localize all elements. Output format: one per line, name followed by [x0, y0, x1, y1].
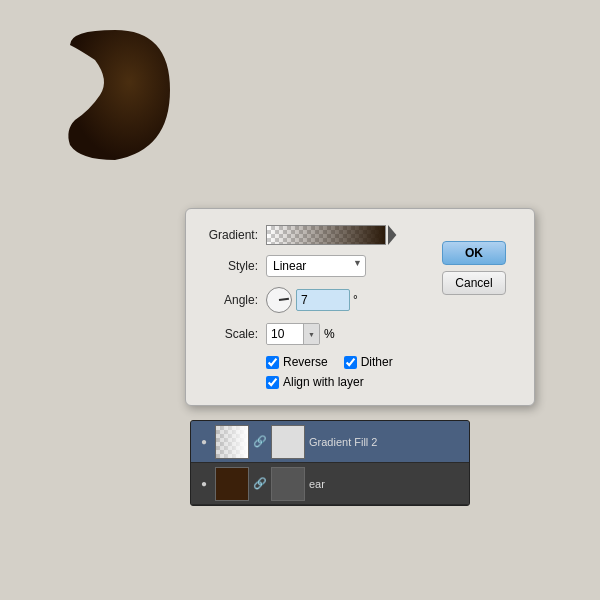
- reverse-checkbox[interactable]: [266, 356, 279, 369]
- dialog-buttons: OK Cancel: [442, 241, 506, 295]
- layer-thumbnail-gradient: [215, 425, 249, 459]
- layers-panel: ● 🔗 Gradient Fill 2 ● 🔗 ear: [190, 420, 470, 506]
- layer-name-gradient: Gradient Fill 2: [309, 436, 463, 448]
- style-select[interactable]: Linear Radial Angle Reflected Diamond: [266, 255, 366, 277]
- checkboxes-row2: Align with layer: [266, 375, 520, 389]
- scale-input-box[interactable]: ▼: [266, 323, 320, 345]
- align-checkbox[interactable]: [266, 376, 279, 389]
- gradient-label: Gradient:: [200, 228, 258, 242]
- ear-shape: [60, 30, 170, 160]
- gradient-dialog: OK Cancel Gradient: Style: Linear Radial…: [185, 208, 535, 406]
- percent-label: %: [324, 327, 335, 341]
- layer-name-ear: ear: [309, 478, 463, 490]
- degree-symbol: °: [353, 293, 358, 307]
- gradient-arrow-icon: [388, 225, 402, 245]
- style-label: Style:: [200, 259, 258, 273]
- scale-input[interactable]: [267, 324, 303, 344]
- angle-label: Angle:: [200, 293, 258, 307]
- scale-label: Scale:: [200, 327, 258, 341]
- dither-check-item[interactable]: Dither: [344, 355, 393, 369]
- angle-input[interactable]: [296, 289, 350, 311]
- layer-row-gradient[interactable]: ● 🔗 Gradient Fill 2: [191, 421, 469, 463]
- dither-label: Dither: [361, 355, 393, 369]
- reverse-check-item[interactable]: Reverse: [266, 355, 328, 369]
- scale-row: Scale: ▼ %: [200, 323, 520, 345]
- layer-row-ear[interactable]: ● 🔗 ear: [191, 463, 469, 505]
- layer-mask-thumbnail-ear: [271, 467, 305, 501]
- layer-mask-thumbnail-gradient: [271, 425, 305, 459]
- canvas-area: [0, 0, 600, 200]
- style-select-wrap[interactable]: Linear Radial Angle Reflected Diamond: [266, 255, 366, 277]
- layer-visibility-icon-ear[interactable]: ●: [197, 478, 211, 489]
- align-check-item[interactable]: Align with layer: [266, 375, 364, 389]
- layer-thumbnail-ear: [215, 467, 249, 501]
- checkboxes-row1: Reverse Dither: [266, 355, 520, 369]
- dither-checkbox[interactable]: [344, 356, 357, 369]
- reverse-label: Reverse: [283, 355, 328, 369]
- angle-dial[interactable]: [266, 287, 292, 313]
- gradient-preview[interactable]: [266, 225, 386, 245]
- align-label: Align with layer: [283, 375, 364, 389]
- cancel-button[interactable]: Cancel: [442, 271, 506, 295]
- scale-stepper[interactable]: ▼: [303, 324, 319, 344]
- layer-link-icon-ear: 🔗: [253, 477, 267, 490]
- layer-visibility-icon[interactable]: ●: [197, 436, 211, 447]
- layer-link-icon: 🔗: [253, 435, 267, 448]
- ok-button[interactable]: OK: [442, 241, 506, 265]
